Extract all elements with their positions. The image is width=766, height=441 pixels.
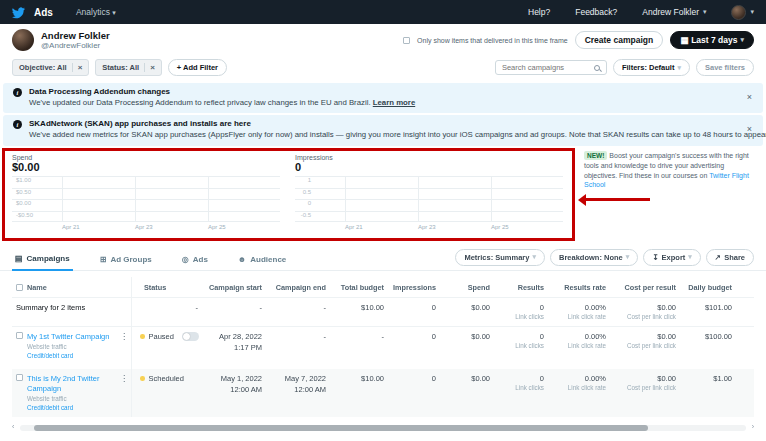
campaign-end: May 7, 202212:00 AM bbox=[266, 369, 330, 400]
share-button[interactable]: ↗Share bbox=[706, 249, 754, 266]
add-filter-button[interactable]: + Add Filter bbox=[168, 59, 227, 76]
twitter-logo-icon[interactable] bbox=[12, 6, 25, 19]
tab-audience[interactable]: ☻Audience bbox=[235, 255, 289, 270]
impressions: 0 bbox=[388, 369, 440, 388]
row-checkbox[interactable] bbox=[16, 332, 23, 339]
status-dot bbox=[140, 376, 145, 381]
cost-per-result: $0.00Cost per link click bbox=[610, 369, 680, 397]
export-icon: ↧ bbox=[652, 253, 658, 262]
row-menu-icon[interactable]: ⋮ bbox=[120, 374, 128, 383]
column-total-budget: Total budget bbox=[330, 277, 388, 297]
campaign-link[interactable]: This is My 2nd Twitter Campaign bbox=[27, 374, 127, 394]
close-icon[interactable]: × bbox=[72, 63, 83, 72]
total-budget: $10.00 bbox=[330, 369, 388, 388]
breakdown-dropdown[interactable]: Breakdown: None ▾ bbox=[550, 249, 638, 266]
audience-icon: ☻ bbox=[238, 255, 246, 264]
avatar-menu[interactable]: ▾ bbox=[731, 5, 754, 20]
create-campaign-button[interactable]: Create campaign bbox=[575, 31, 664, 49]
filter-chip-objective[interactable]: Objective: All× bbox=[12, 59, 89, 76]
payment-method-link[interactable]: Credit/debit card bbox=[27, 351, 109, 360]
column-spend: Spend bbox=[440, 277, 494, 297]
chevron-down-icon: ▾ bbox=[532, 253, 536, 261]
spend-chart-grid: $1.00 $0.50 $0.00 -$0.50 Apr 21 Apr 23 A… bbox=[12, 176, 280, 222]
summary-results: 0Link clicks bbox=[494, 298, 548, 326]
status-dot bbox=[140, 334, 145, 339]
help-link[interactable]: Help? bbox=[528, 7, 550, 17]
search-campaigns-box bbox=[495, 60, 607, 75]
results-rate: 0.00%Link click rate bbox=[548, 327, 610, 355]
top-navbar: Ads Analytics ▾ Help? Feedback? Andrew F… bbox=[0, 0, 766, 24]
delivered-filter-checkbox[interactable] bbox=[403, 37, 410, 44]
metrics-chart-region-highlighted: Spend $0.00 $1.00 $0.50 $0.00 -$0.50 Apr… bbox=[2, 148, 575, 241]
twitter-ads-analytics-page: Ads Analytics ▾ Help? Feedback? Andrew F… bbox=[0, 0, 766, 441]
share-icon: ↗ bbox=[715, 253, 721, 262]
spend-chart-title: Spend bbox=[12, 154, 289, 161]
y-tick: $0.50 bbox=[16, 189, 31, 195]
y-tick: $0.00 bbox=[16, 200, 31, 206]
summary-status: - bbox=[132, 298, 202, 317]
chevron-down-icon: ▾ bbox=[703, 8, 707, 16]
scrollbar-track[interactable] bbox=[20, 425, 746, 431]
ads-icon: ◎ bbox=[182, 255, 189, 264]
campaign-status: Paused bbox=[132, 327, 202, 346]
campaign-objective: Website traffic bbox=[27, 342, 109, 351]
new-badge: NEW! bbox=[584, 151, 607, 160]
tab-campaigns[interactable]: ▤Campaigns bbox=[12, 254, 73, 271]
x-tick: Apr 23 bbox=[135, 224, 153, 230]
save-filters-button[interactable]: Save filters bbox=[696, 59, 754, 76]
select-all-checkbox[interactable] bbox=[16, 284, 23, 291]
filters-preset-button[interactable]: Filters: Default ▾ bbox=[613, 59, 690, 76]
scroll-right-icon[interactable]: › bbox=[752, 423, 754, 430]
tab-ads[interactable]: ◎Ads bbox=[179, 255, 211, 270]
date-range-button[interactable]: ▦Last 7 days ▾ bbox=[670, 31, 754, 49]
daily-budget: $100.00 bbox=[680, 327, 736, 346]
search-input[interactable] bbox=[502, 63, 590, 72]
impressions-chart: Impressions 0 1 0.5 0 -0.5 Apr 21 Apr 23… bbox=[295, 154, 572, 238]
column-status: Status bbox=[132, 277, 202, 297]
campaign-end: - bbox=[266, 327, 330, 346]
spend-chart: Spend $0.00 $1.00 $0.50 $0.00 -$0.50 Apr… bbox=[12, 154, 289, 238]
analytics-menu[interactable]: Analytics ▾ bbox=[76, 7, 116, 17]
campaign-toggle[interactable] bbox=[182, 332, 199, 341]
results-rate: 0.00%Link click rate bbox=[548, 369, 610, 397]
x-tick: Apr 25 bbox=[491, 224, 509, 230]
ads-brand-label[interactable]: Ads bbox=[34, 7, 53, 18]
campaigns-icon: ▤ bbox=[15, 254, 23, 263]
campaign-link[interactable]: My 1st Twitter Campaign bbox=[27, 332, 109, 342]
avatar bbox=[731, 5, 746, 20]
row-checkbox[interactable] bbox=[16, 374, 23, 381]
daily-budget: $1.00 bbox=[680, 369, 736, 388]
summary-total-budget: $10.00 bbox=[330, 298, 388, 317]
info-icon: i bbox=[13, 88, 22, 97]
tab-ad-groups[interactable]: ⊞Ad Groups bbox=[97, 255, 155, 270]
campaign-start: Apr 28, 20221:17 PM bbox=[202, 327, 266, 358]
metrics-dropdown[interactable]: Metrics: Summary ▾ bbox=[455, 249, 545, 266]
impressions: 0 bbox=[388, 327, 440, 346]
filter-chip-status[interactable]: Status: All× bbox=[95, 59, 161, 76]
annotation-arrow bbox=[586, 198, 650, 201]
y-tick: 0.5 bbox=[295, 189, 311, 195]
table-row-summary: Summary for 2 items - - - $10.00 0 $0.00… bbox=[12, 298, 754, 327]
chevron-down-icon: ▾ bbox=[688, 253, 692, 261]
learn-more-link[interactable]: Learn more bbox=[373, 98, 415, 107]
account-menu[interactable]: Andrew Folkler ▾ bbox=[642, 7, 706, 17]
results: 0Link clicks bbox=[494, 369, 548, 397]
campaign-objective: Website traffic bbox=[27, 394, 127, 403]
close-icon[interactable]: × bbox=[747, 125, 752, 134]
scroll-left-icon[interactable]: ‹ bbox=[12, 423, 14, 430]
chevron-down-icon: ▾ bbox=[750, 8, 754, 16]
impressions-chart-title: Impressions bbox=[295, 154, 572, 161]
close-icon[interactable]: × bbox=[144, 63, 155, 72]
export-button[interactable]: ↧Export ▾ bbox=[643, 249, 701, 266]
feedback-link[interactable]: Feedback? bbox=[575, 7, 617, 17]
payment-method-link[interactable]: Credit/debit card bbox=[27, 403, 127, 412]
campaign-name-cell: This is My 2nd Twitter Campaign Website … bbox=[12, 369, 132, 417]
row-menu-icon[interactable]: ⋮ bbox=[120, 332, 128, 341]
close-icon[interactable]: × bbox=[747, 93, 752, 102]
column-impressions: Impressions bbox=[388, 277, 440, 297]
column-name: Name bbox=[12, 277, 132, 297]
account-handle: @AndrewFolkler bbox=[41, 41, 110, 50]
column-daily-budget: Daily budget bbox=[680, 277, 736, 297]
table-row: This is My 2nd Twitter Campaign Website … bbox=[12, 369, 754, 417]
scrollbar-thumb[interactable] bbox=[34, 425, 648, 431]
